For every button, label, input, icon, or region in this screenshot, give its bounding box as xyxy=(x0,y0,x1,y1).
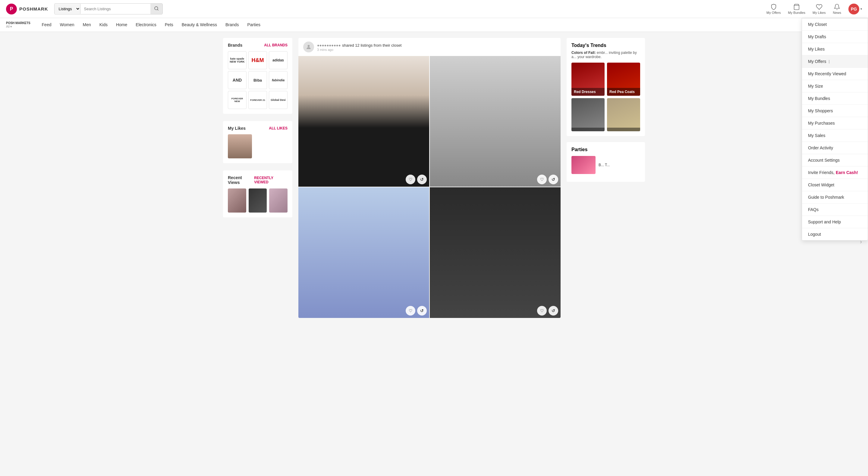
brand-forever-new[interactable]: FOREVER NEW xyxy=(228,91,247,109)
feed-listing-3-share[interactable]: ↺ xyxy=(549,306,558,315)
trend-third-label xyxy=(571,128,604,131)
dropdown-my-offers-label: My Offers xyxy=(808,59,826,64)
feed-listing-3-like[interactable]: ♡ xyxy=(537,306,547,315)
nav-men[interactable]: Men xyxy=(79,18,95,32)
feed-listing-0[interactable]: ♡ ↺ xyxy=(299,56,429,187)
party-item-0[interactable]: B... T... xyxy=(571,156,640,174)
brand-adidas[interactable]: adidas xyxy=(269,51,287,69)
brand-global-desi[interactable]: Global Desi xyxy=(269,91,287,109)
feed-username[interactable]: ●●●●●●●●●● xyxy=(317,43,341,47)
feed-listing-1[interactable]: ♡ ↺ xyxy=(430,56,561,187)
nav-pets[interactable]: Pets xyxy=(161,18,178,32)
search-button[interactable] xyxy=(150,4,162,14)
logo[interactable]: P POSHMARK xyxy=(6,4,48,14)
my-likes-nav[interactable]: My Likes xyxy=(812,4,826,14)
news-nav[interactable]: News xyxy=(833,4,841,14)
brand-kate-spade[interactable]: kate spadeNEW YORK xyxy=(228,51,247,69)
party-lipstick-visual xyxy=(571,156,595,174)
feed-post-header: ●●●●●●●●●● shared 12 listings from their… xyxy=(299,38,561,56)
brand-hm[interactable]: H&M xyxy=(248,51,267,69)
likes-icon xyxy=(816,4,823,10)
dropdown-logout[interactable]: Logout xyxy=(802,228,868,240)
recent-item-0[interactable] xyxy=(228,189,246,212)
recently-viewed-link[interactable]: RECENTLY VIEWED xyxy=(254,176,287,184)
recent-item-2[interactable] xyxy=(269,189,287,212)
my-bundles-label: My Bundles xyxy=(788,11,805,14)
brand-and[interactable]: AND xyxy=(228,71,247,89)
brand-fabindia[interactable]: fabindia xyxy=(269,71,287,89)
recent-item-1[interactable] xyxy=(249,189,267,212)
user-menu-trigger[interactable]: PG ▾ xyxy=(848,4,862,14)
dropdown-support[interactable]: Support and Help xyxy=(802,216,868,228)
trend-fourth[interactable] xyxy=(607,98,640,131)
brand-forever-21[interactable]: FOREVER 21 xyxy=(248,91,267,109)
search-input[interactable] xyxy=(81,4,150,13)
all-brands-link[interactable]: ALL BRANDS xyxy=(264,43,287,47)
posh-markets[interactable]: POSH MARKETS All ▾ xyxy=(6,22,30,29)
dropdown-my-drafts[interactable]: My Drafts xyxy=(802,31,868,43)
dropdown-my-shoppers[interactable]: My Shoppers xyxy=(802,105,868,117)
feed-listing-0-share[interactable]: ↺ xyxy=(417,175,427,184)
search-icon xyxy=(154,6,159,11)
dropdown-account-settings[interactable]: Account Settings xyxy=(802,154,868,167)
brand-biba[interactable]: Biba xyxy=(248,71,267,89)
nav-beauty[interactable]: Beauty & Wellness xyxy=(178,18,221,32)
my-offers-nav[interactable]: My Offers xyxy=(767,4,781,14)
nav-electronics[interactable]: Electronics xyxy=(131,18,160,32)
trend-red-pea-coats[interactable]: Red Pea Coats xyxy=(607,63,640,96)
feed-listing-3[interactable]: ♡ ↺ xyxy=(430,187,561,318)
nav-bar: POSH MARKETS All ▾ Feed Women Men Kids H… xyxy=(0,18,868,32)
nav-kids[interactable]: Kids xyxy=(95,18,112,32)
feed-listing-0-like[interactable]: ♡ xyxy=(406,175,415,184)
feed: ●●●●●●●●●● shared 12 listings from their… xyxy=(299,38,561,324)
recent-views-grid xyxy=(228,189,287,212)
feed-listing-2-share[interactable]: ↺ xyxy=(417,306,427,315)
like-item-0[interactable] xyxy=(228,134,252,158)
feed-listing-2-like[interactable]: ♡ xyxy=(406,306,415,315)
dropdown-my-closet[interactable]: My Closet xyxy=(802,19,868,31)
dropdown-recently-viewed[interactable]: My Recently Viewed xyxy=(802,68,868,80)
nav-brands[interactable]: Brands xyxy=(221,18,243,32)
trend-third[interactable] xyxy=(571,98,604,131)
feed-listing-2[interactable]: ♡ ↺ xyxy=(299,187,429,318)
news-label: News xyxy=(833,11,841,14)
dropdown-order-activity[interactable]: Order Activity xyxy=(802,142,868,154)
feed-post-time: 3 mins ago xyxy=(317,48,556,52)
dropdown-earn-cash: Earn Cash! xyxy=(836,170,858,175)
dropdown-my-sales[interactable]: My Sales xyxy=(802,130,868,142)
header: P POSHMARK Listings My Offers My Bundles xyxy=(0,0,868,18)
dropdown-invite-friends[interactable]: Invite Friends, Earn Cash! xyxy=(802,167,868,179)
nav-feed[interactable]: Feed xyxy=(38,18,56,32)
feed-post-avatar[interactable] xyxy=(303,41,314,53)
search-category-dropdown[interactable]: Listings xyxy=(55,4,81,14)
dropdown-my-offers[interactable]: My Offers | xyxy=(802,56,868,68)
parties-title: Parties xyxy=(571,147,640,152)
recent-views-section: Recent Views RECENTLY VIEWED xyxy=(223,170,292,217)
feed-listing-1-like[interactable]: ♡ xyxy=(537,175,547,184)
dropdown-my-bundles[interactable]: My Bundles xyxy=(802,93,868,105)
dropdown-my-size[interactable]: My Size xyxy=(802,80,868,93)
feed-listing-3-actions: ♡ ↺ xyxy=(537,306,558,315)
nav-parties[interactable]: Parties xyxy=(243,18,265,32)
user-avatar[interactable]: PG xyxy=(848,4,859,14)
nav-women[interactable]: Women xyxy=(56,18,79,32)
parties-section: Parties B... T... › xyxy=(567,142,645,182)
dropdown-guide[interactable]: Guide to Poshmark xyxy=(802,191,868,204)
dropdown-my-purchases[interactable]: My Purchases xyxy=(802,117,868,130)
party-image-0 xyxy=(571,156,595,174)
my-likes-section: My Likes ALL LIKES xyxy=(223,121,292,163)
feed-listing-1-actions: ♡ ↺ xyxy=(537,175,558,184)
all-likes-link[interactable]: ALL LIKES xyxy=(269,126,287,130)
feed-listing-1-share[interactable]: ↺ xyxy=(549,175,558,184)
likes-title: My Likes xyxy=(228,126,246,131)
nav-home[interactable]: Home xyxy=(112,18,131,32)
dropdown-my-likes[interactable]: My Likes xyxy=(802,43,868,56)
dropdown-faqs[interactable]: FAQs xyxy=(802,204,868,216)
nav-links: Feed Women Men Kids Home Electronics Pet… xyxy=(38,18,265,32)
svg-text:P: P xyxy=(10,6,13,11)
trends-subtitle: Colors of Fall: embr... inviting palette… xyxy=(571,50,640,59)
posh-markets-title: POSH MARKETS xyxy=(6,22,30,25)
my-bundles-nav[interactable]: My Bundles xyxy=(788,4,805,14)
dropdown-closet-widget[interactable]: Closet Widget xyxy=(802,179,868,191)
trend-red-dresses[interactable]: Red Dresses xyxy=(571,63,604,96)
